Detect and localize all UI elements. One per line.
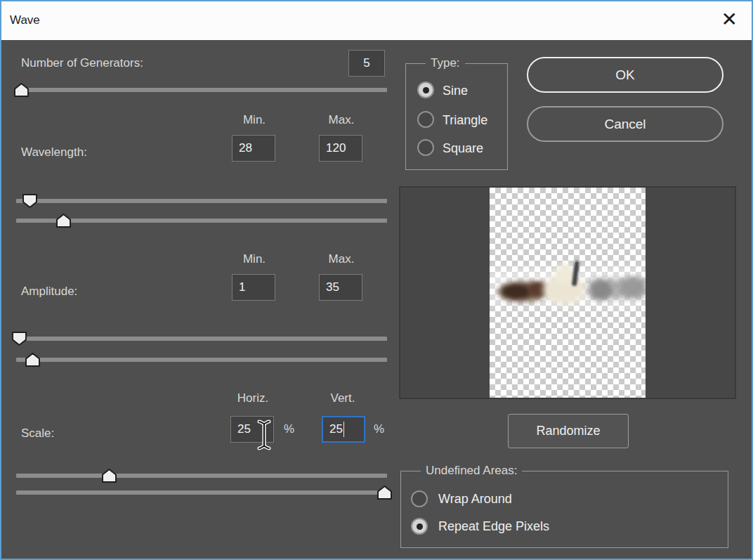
radio-repeat-edge-label[interactable]: Repeat Edge Pixels [438,519,549,534]
slider-thumb-up[interactable] [377,486,392,500]
scale-horiz-slider[interactable] [16,474,387,478]
ok-button[interactable]: OK [527,57,723,93]
wavelength-max-slider[interactable] [16,219,387,223]
radio-square-label[interactable]: Square [443,141,483,156]
amplitude-min-value: 1 [239,280,245,294]
slider-track[interactable] [16,199,387,203]
amplitude-min-slider[interactable] [16,337,387,341]
scale-vert-input[interactable]: 25 [322,416,365,443]
wavelength-max-value: 120 [326,141,346,155]
radio-triangle[interactable] [417,111,434,128]
scale-vert-slider[interactable] [16,490,387,495]
amplitude-max-input[interactable]: 35 [319,274,362,301]
slider-track[interactable] [16,490,387,495]
scale-horiz-value: 25 [237,422,251,436]
radio-wrap-around[interactable] [411,490,428,507]
ok-button-label: OK [615,67,634,83]
slider-track[interactable] [16,88,387,92]
slider-track[interactable] [16,358,387,362]
randomize-button[interactable]: Randomize [508,414,629,448]
text-caret [343,422,344,437]
amplitude-max-value: 35 [326,280,339,294]
radio-square[interactable] [417,139,434,156]
wavelength-max-header: Max. [319,113,364,127]
radio-repeat-edge[interactable] [411,518,428,535]
wave-dialog: Wave ✕ Number of Generators: 5 Min. Max.… [0,0,753,560]
wavelength-label: Wavelength: [21,145,87,159]
scale-horiz-unit: % [284,422,294,436]
scale-vert-value: 25 [329,422,343,436]
preview-image [490,188,646,398]
amplitude-max-slider[interactable] [16,358,387,362]
undefined-areas-legend: Undefined Areas: [421,464,522,478]
slider-thumb-up[interactable] [56,214,71,228]
generators-label: Number of Generators: [21,56,143,70]
generators-slider[interactable] [16,88,387,92]
scale-vert-unit: % [374,422,384,436]
radio-sine[interactable] [417,82,434,98]
wavelength-max-input[interactable]: 120 [319,135,362,162]
generators-value: 5 [363,56,369,70]
wavelength-min-input[interactable]: 28 [232,135,275,162]
radio-wrap-around-label[interactable]: Wrap Around [438,492,512,507]
title-bar[interactable]: Wave ✕ [0,0,753,40]
preview-blob-brown-core [502,285,530,299]
scale-horiz-input[interactable]: 25 [230,416,274,443]
wavelength-min-header: Min. [232,113,277,127]
radio-sine-label[interactable]: Sine [443,84,468,98]
slider-track[interactable] [16,474,387,478]
slider-thumb-down[interactable] [12,332,27,346]
slider-thumb-up[interactable] [102,469,117,483]
dialog-title: Wave [10,0,40,40]
radio-triangle-label[interactable]: Triangle [443,113,487,128]
slider-track[interactable] [16,219,387,223]
wavelength-min-value: 28 [239,141,252,155]
amplitude-min-header: Min. [232,252,277,266]
cancel-button-label: Cancel [604,117,646,132]
scale-label: Scale: [21,426,54,441]
type-legend: Type: [426,56,465,70]
preview-panel [399,186,736,399]
amplitude-max-header: Max. [319,252,364,266]
wavelength-min-slider[interactable] [16,199,387,203]
generators-input[interactable]: 5 [348,50,385,77]
slider-track[interactable] [16,337,387,341]
preview-blob-gray-right [620,276,646,297]
amplitude-min-input[interactable]: 1 [232,274,275,301]
scale-vert-header: Vert. [320,391,365,405]
cancel-button[interactable]: Cancel [527,106,723,142]
slider-thumb-down[interactable] [22,194,37,208]
scale-horiz-header: Horiz. [230,391,275,405]
amplitude-label: Amplitude: [21,285,77,299]
preview-blob-gray-circle [591,280,612,300]
randomize-button-label: Randomize [536,424,600,438]
close-icon[interactable]: ✕ [719,0,740,40]
slider-thumb-up[interactable] [25,353,40,367]
slider-thumb-up[interactable] [14,83,29,97]
